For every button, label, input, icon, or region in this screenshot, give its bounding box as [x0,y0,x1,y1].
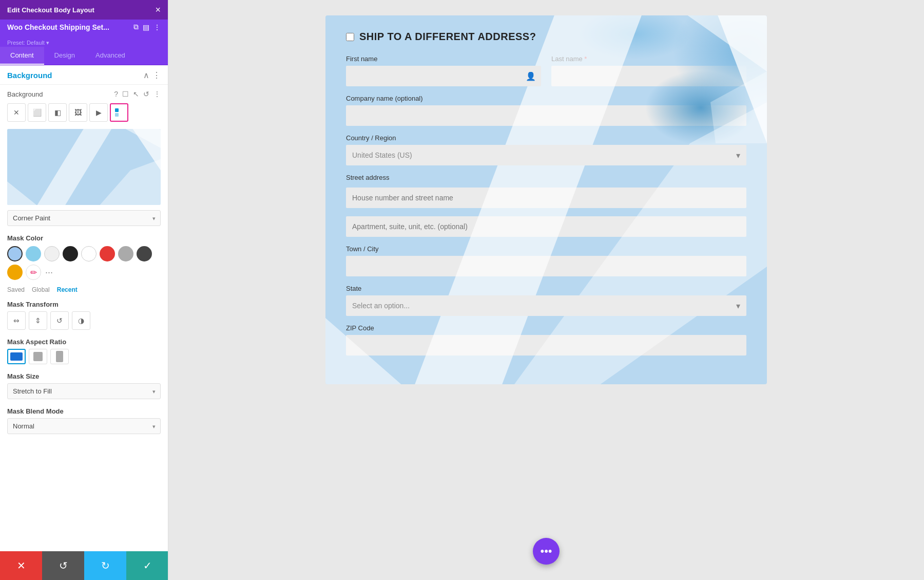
mask-preset-select[interactable]: Corner Paint [7,210,161,226]
swatch-7[interactable] [137,246,152,261]
street1-input[interactable] [346,188,746,208]
header-bar-left: Woo Checkout Shipping Set... [7,23,109,31]
bg-type-color[interactable]: ⬜ [28,103,46,122]
mobile-icon[interactable]: ☐ [122,90,129,98]
mask-size-dropdown[interactable]: Stretch to Fill ▾ [7,383,161,399]
mask-size-label: Mask Size [0,370,168,383]
ship-title: SHIP TO A DIFFERENT ADDRESS? [359,31,536,43]
bg-type-none[interactable]: ✕ [7,103,26,122]
background-label: Background [7,90,43,98]
mask-size-select[interactable]: Stretch to Fill [7,383,161,399]
svg-rect-0 [115,108,119,112]
street2-input[interactable] [346,216,746,237]
header-bar: Woo Checkout Shipping Set... ⧉ ▤ ⋮ [0,20,168,35]
tab-design[interactable]: Design [44,47,85,65]
zip-input[interactable] [346,335,746,356]
form-row-street1 [346,188,746,208]
checkout-card: SHIP TO A DIFFERENT ADDRESS? First name … [325,15,767,384]
transform-row: ⇔ ⇕ ↺ ◑ [0,311,168,336]
street-label-group: Street address [346,174,746,184]
invert-icon[interactable]: ◑ [72,311,90,330]
swatch-8[interactable] [7,265,23,280]
mask-blend-dropdown[interactable]: Normal ▾ [7,418,161,434]
pointer-icon[interactable]: ↖ [133,90,139,98]
tabs: Content Design Advanced [0,47,168,65]
last-name-input[interactable] [551,66,746,86]
mask-aspect-label: Mask Aspect Ratio [0,336,168,349]
mask-blend-select[interactable]: Normal [7,418,161,434]
pencil-icon[interactable]: ✏ [26,265,41,280]
close-button[interactable]: × [155,5,161,15]
zip-group: ZIP Code [346,324,746,356]
company-input[interactable] [346,105,746,126]
copy-icon[interactable]: ⧉ [133,23,139,31]
first-name-input[interactable] [346,66,541,86]
form-row-zip: ZIP Code [346,324,746,356]
form-row-street-label: Street address [346,174,746,184]
title-bar-left: Edit Checkout Body Layout [7,6,94,14]
flip-h-icon[interactable]: ⇔ [7,311,26,330]
more-icon[interactable]: ⋮ [153,23,161,31]
redo-button[interactable]: ↻ [84,551,126,580]
swatch-4[interactable] [81,246,97,261]
color-tab-recent[interactable]: Recent [57,286,78,293]
swatch-2[interactable] [44,246,60,261]
city-group: Town / City [346,245,746,276]
aspect-tall[interactable] [50,349,69,364]
city-input[interactable] [346,256,746,276]
background-row: Background ? ☐ ↖ ↺ ⋮ [0,85,168,101]
company-label: Company name (optional) [346,95,746,102]
flip-v-icon[interactable]: ⇕ [29,311,47,330]
aspect-row [0,349,168,370]
collapse-icon[interactable]: ∧ [143,70,149,80]
delete-button[interactable]: ✕ [0,551,42,580]
aspect-square[interactable] [29,349,47,364]
color-tab-global[interactable]: Global [32,286,50,293]
form-row-state: State Select an option... [346,285,746,316]
header-title: Woo Checkout Shipping Set... [7,23,109,31]
zip-label: ZIP Code [346,324,746,332]
bg-type-video[interactable]: ▶ [89,103,108,122]
bg-type-icons: ✕ ⬜ ◧ 🖼 ▶ [0,101,168,127]
section-more-icon[interactable]: ⋮ [152,70,161,80]
preset-label[interactable]: Preset: Default ▾ [7,40,49,46]
ship-checkbox[interactable] [346,33,354,41]
header-icons: ⧉ ▤ ⋮ [133,23,161,31]
fab-button[interactable]: ••• [533,538,560,565]
undo-button[interactable]: ↺ [42,551,84,580]
bg-type-image[interactable]: 🖼 [69,103,87,122]
aspect-wide[interactable] [7,349,26,364]
street2-group [346,216,746,237]
save-button[interactable]: ✓ [126,551,168,580]
bg-more-icon[interactable]: ⋮ [153,90,161,98]
swatch-3[interactable] [63,246,78,261]
tab-advanced[interactable]: Advanced [85,47,136,65]
left-panel: Edit Checkout Body Layout × Woo Checkout… [0,0,168,580]
state-select-wrap: Select an option... [346,295,746,316]
layout-icon[interactable]: ▤ [143,23,149,31]
country-select[interactable]: United States (US) [346,145,746,165]
form-row-company: Company name (optional) [346,95,746,126]
country-group: Country / Region United States (US) [346,134,746,165]
bg-type-gradient[interactable]: ◧ [48,103,67,122]
first-name-wrap: 👤 [346,66,541,86]
mask-color-label: Mask Color [0,232,168,246]
help-icon[interactable]: ? [114,90,118,98]
form-row-name: First name 👤 Last name * [346,55,746,86]
rotate-icon[interactable]: ↺ [50,311,69,330]
mask-preset-dropdown[interactable]: Corner Paint ▾ [7,210,161,226]
bg-type-mask[interactable] [110,103,128,122]
street-label: Street address [346,174,746,181]
tab-content[interactable]: Content [0,47,44,65]
state-select[interactable]: Select an option... [346,295,746,316]
swatch-0[interactable] [7,246,23,261]
more-colors-icon[interactable]: ··· [45,267,53,278]
reset-icon[interactable]: ↺ [143,90,149,98]
swatch-5[interactable] [100,246,115,261]
preview-area [7,129,161,205]
form-row-city: Town / City [346,245,746,276]
swatch-1[interactable] [26,246,41,261]
swatch-6[interactable] [118,246,133,261]
color-tab-saved[interactable]: Saved [7,286,25,293]
form-row-country: Country / Region United States (US) [346,134,746,165]
